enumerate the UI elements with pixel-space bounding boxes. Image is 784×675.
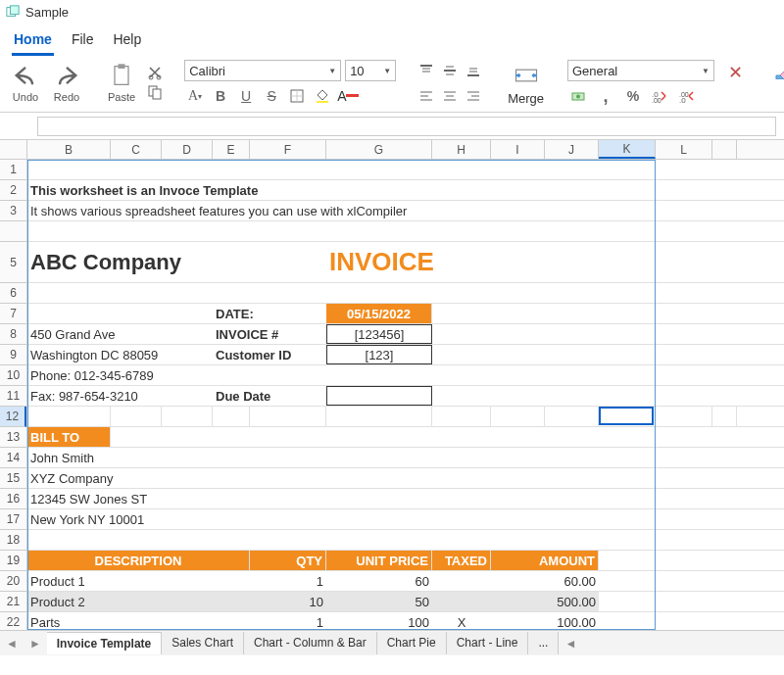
align-left-button[interactable] bbox=[416, 85, 437, 107]
cell-bill-1[interactable]: XYZ Company bbox=[27, 468, 737, 488]
sheet-tab-0[interactable]: Invoice Template bbox=[47, 632, 162, 654]
hdr-amount[interactable]: AMOUNT bbox=[491, 551, 599, 570]
cell-addr1[interactable]: 450 Grand Ave bbox=[27, 324, 213, 344]
hdr-qty[interactable]: QTY bbox=[250, 551, 326, 570]
cells-area[interactable]: This worksheet is an Invoce TemplateIt s… bbox=[27, 160, 784, 630]
select-all-corner[interactable] bbox=[0, 140, 27, 159]
row-header-14[interactable]: 14 bbox=[0, 448, 26, 468]
tab-nav-prev[interactable]: ◄ bbox=[0, 637, 24, 651]
borders-button[interactable] bbox=[286, 85, 308, 107]
row-header-18[interactable]: 18 bbox=[0, 530, 26, 551]
decrease-decimal-icon[interactable]: .0.00 bbox=[650, 85, 671, 107]
hdr-price[interactable]: UNIT PRICE bbox=[326, 551, 432, 570]
merge-button[interactable]: Merge bbox=[504, 60, 548, 108]
item-desc-2[interactable]: Parts bbox=[27, 612, 250, 630]
row-header-13[interactable]: 13 bbox=[0, 427, 26, 448]
item-qty-1[interactable]: 10 bbox=[250, 592, 326, 611]
menu-file[interactable]: File bbox=[70, 27, 96, 56]
row-header-1[interactable]: 1 bbox=[0, 160, 26, 180]
col-header-L[interactable]: L bbox=[656, 140, 712, 159]
col-header-K[interactable]: K bbox=[599, 140, 656, 159]
cell-phone[interactable]: Phone: 012-345-6789 bbox=[27, 365, 213, 385]
align-center-button[interactable] bbox=[439, 85, 461, 107]
item-amount-2[interactable]: 100.00 bbox=[491, 612, 599, 630]
col-header-I[interactable]: I bbox=[491, 140, 545, 159]
sheet-tab-3[interactable]: Chart Pie bbox=[377, 632, 447, 654]
font-name-dropdown[interactable]: Calibri▼ bbox=[184, 60, 341, 81]
cell-fax[interactable]: Fax: 987-654-3210 bbox=[27, 386, 213, 406]
row-header-3[interactable]: 3 bbox=[0, 201, 26, 221]
row-header-7[interactable]: 7 bbox=[0, 304, 26, 324]
hdr-taxed[interactable]: TAXED bbox=[432, 551, 491, 570]
menu-help[interactable]: Help bbox=[111, 27, 143, 56]
item-amount-0[interactable]: 60.00 bbox=[491, 571, 599, 591]
paste-button[interactable]: Paste bbox=[104, 60, 139, 105]
cut-icon[interactable] bbox=[147, 65, 163, 80]
item-price-0[interactable]: 60 bbox=[326, 571, 432, 591]
row-header-8[interactable]: 8 bbox=[0, 324, 26, 345]
align-right-button[interactable] bbox=[463, 85, 484, 107]
sheet-tab-1[interactable]: Sales Chart bbox=[162, 632, 244, 654]
row-header-6[interactable]: 6 bbox=[0, 283, 26, 304]
underline-button[interactable]: U bbox=[235, 85, 257, 107]
cell-due-label[interactable]: Due Date bbox=[213, 386, 326, 406]
font-menu-icon[interactable]: A▾ bbox=[184, 85, 206, 107]
col-header-F[interactable]: F bbox=[250, 140, 326, 159]
item-qty-0[interactable]: 1 bbox=[250, 571, 326, 591]
col-header-C[interactable]: C bbox=[111, 140, 162, 159]
hdr-desc[interactable]: DESCRIPTION bbox=[27, 551, 250, 570]
col-header-D[interactable]: D bbox=[162, 140, 213, 159]
cell-invno-value[interactable]: [123456] bbox=[326, 324, 432, 344]
cell-invoice-title[interactable]: INVOICE bbox=[326, 242, 491, 282]
sheet-tab-2[interactable]: Chart - Column & Bar bbox=[244, 632, 377, 654]
eraser-icon[interactable] bbox=[768, 60, 784, 108]
redo-button[interactable]: Redo bbox=[49, 60, 84, 105]
item-taxed-1[interactable] bbox=[432, 592, 491, 611]
item-price-1[interactable]: 50 bbox=[326, 592, 432, 611]
align-top-button[interactable] bbox=[416, 60, 437, 81]
strike-button[interactable]: S bbox=[261, 85, 282, 107]
tab-scroll-left[interactable]: ◄ bbox=[559, 637, 582, 651]
cell-cust-value[interactable]: [123] bbox=[326, 345, 432, 364]
item-taxed-0[interactable] bbox=[432, 571, 491, 591]
item-price-2[interactable]: 100 bbox=[326, 612, 432, 630]
row-header-21[interactable]: 21 bbox=[0, 592, 26, 612]
cell-cust-label[interactable]: Customer ID bbox=[213, 345, 326, 364]
row-header-12[interactable]: 12 bbox=[0, 407, 26, 427]
font-color-button[interactable]: A bbox=[337, 85, 359, 107]
row-header-10[interactable]: 10 bbox=[0, 365, 26, 386]
col-header-E[interactable]: E bbox=[213, 140, 250, 159]
row-header-11[interactable]: 11 bbox=[0, 386, 26, 407]
cell-date-value[interactable]: 05/15/2022 bbox=[326, 304, 432, 323]
item-taxed-2[interactable]: X bbox=[432, 612, 491, 630]
percent-icon[interactable]: % bbox=[622, 85, 644, 107]
align-middle-button[interactable] bbox=[439, 60, 461, 81]
item-desc-1[interactable]: Product 2 bbox=[27, 592, 250, 611]
undo-button[interactable]: Undo bbox=[8, 60, 43, 105]
cell-title[interactable]: This worksheet is an Invoce Template bbox=[27, 180, 737, 200]
cell-due-value[interactable] bbox=[326, 386, 432, 406]
col-header-J[interactable]: J bbox=[545, 140, 599, 159]
comma-icon[interactable]: , bbox=[595, 85, 616, 107]
row-header-5[interactable]: 5 bbox=[0, 242, 26, 283]
sheet-tab-5[interactable]: ... bbox=[528, 632, 559, 654]
row-header-20[interactable]: 20 bbox=[0, 571, 26, 592]
row-header-2[interactable]: 2 bbox=[0, 180, 26, 201]
copy-icon[interactable] bbox=[147, 84, 163, 100]
cell-invno-label[interactable]: INVOICE # bbox=[213, 324, 326, 344]
fill-color-button[interactable] bbox=[312, 85, 333, 107]
sheet-tab-4[interactable]: Chart - Line bbox=[447, 632, 529, 654]
cell-date-label[interactable]: DATE: bbox=[213, 304, 326, 323]
cell-subtitle[interactable]: It shows various spreadsheet features yo… bbox=[27, 201, 737, 220]
cell-billto[interactable]: BILL TO bbox=[27, 427, 111, 447]
font-size-dropdown[interactable]: 10▼ bbox=[345, 60, 396, 81]
item-amount-1[interactable]: 500.00 bbox=[491, 592, 599, 611]
row-header-22[interactable]: 22 bbox=[0, 612, 26, 630]
align-bottom-button[interactable] bbox=[463, 60, 484, 81]
row-header-16[interactable]: 16 bbox=[0, 489, 26, 509]
number-format-dropdown[interactable]: General▼ bbox=[567, 60, 714, 81]
row-header-[interactable] bbox=[0, 221, 26, 242]
cell-addr2[interactable]: Washington DC 88059 bbox=[27, 345, 213, 364]
row-header-17[interactable]: 17 bbox=[0, 509, 26, 530]
bold-button[interactable]: B bbox=[210, 85, 231, 107]
